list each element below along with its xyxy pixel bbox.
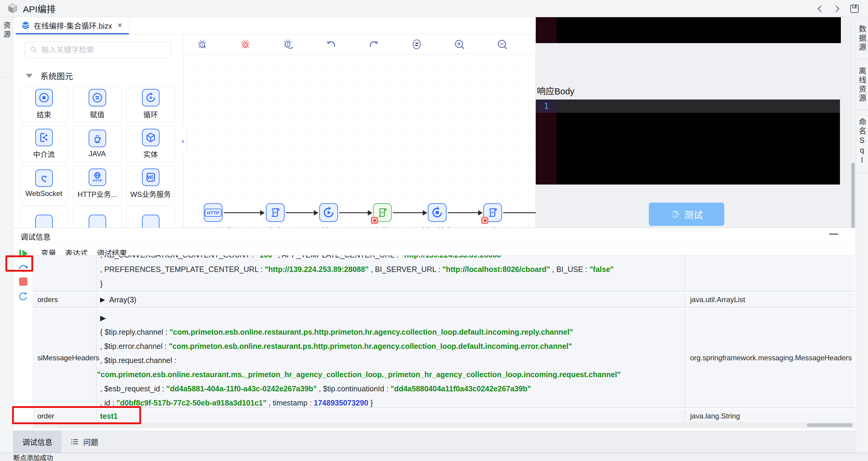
node-http-request[interactable]: HTTP HTTP 请求 [204,203,222,222]
expand-triangle-icon[interactable]: ▶ [100,296,105,303]
loop-icon [145,92,157,104]
palette-card-websocket[interactable]: WebSocket [19,166,68,202]
palette-card-end[interactable]: 结束 [19,86,68,122]
flow-arrow [286,210,318,216]
minimize-icon[interactable]: — [829,228,838,239]
list-icon [70,437,79,446]
test-button[interactable]: 测试 [649,203,724,226]
clear-breakpoints-bug-icon[interactable] [240,39,251,50]
entity-cube-icon [145,131,157,144]
flow-arrow [393,210,427,216]
bottom-tab-problems[interactable]: 问题 [62,431,107,453]
svg-text:W: W [147,174,152,180]
svg-text:</>: </> [380,211,385,214]
zoom-out-icon[interactable] [497,39,508,50]
palette-search[interactable] [25,41,170,58]
stop-icon[interactable] [19,277,27,286]
variable-name-cell [33,255,96,291]
script-node-icon: </> [487,207,499,219]
redo-icon[interactable] [368,39,379,50]
variable-name-cell: order [33,409,96,422]
table-row-order[interactable]: order test1 java.lang.String [33,409,855,422]
debug-panel: 调试信息 — 变量 表达式 调试结果 [13,228,856,431]
variable-value: Array(3) [109,296,136,304]
table-row-si-message-headers[interactable]: siMessageHeaders ▶ { $tip.reply.channel … [33,308,855,408]
node-script1[interactable]: </> 脚本1 [373,203,392,222]
palette-card-loop[interactable]: 循环 [126,86,175,122]
variable-type-cell: java.lang.String [685,409,855,422]
search-icon [30,46,38,54]
breakpoint-badge[interactable] [371,217,378,224]
variable-type-cell [685,255,855,291]
node-script[interactable]: </> 脚本 [266,203,285,222]
json-line: { $tip.reply.channel : "com.primeton.esb… [100,325,685,339]
step-over-icon[interactable] [18,263,29,274]
sidebar-item-named-sql[interactable]: 命名Sql [856,110,868,173]
palette-card-partial[interactable] [73,206,122,228]
debug-controls [13,243,33,431]
palette-card-entity[interactable]: 实体 [126,126,175,162]
bottom-tab-debug-info[interactable]: 调试信息 [13,431,62,453]
palette-card-ws-service[interactable]: W WS业务服务 [126,166,175,202]
sidebar-item-datasource[interactable]: 数据源 [856,17,868,59]
flow-diagram-area[interactable]: HTTP HTTP 请求 </> 脚本 循环 </> 脚本1 [183,54,535,228]
flow-arrow [339,210,372,216]
palette-card-assign[interactable]: 赋值 [73,86,122,122]
forward-chevron-icon[interactable] [832,4,841,13]
horizontal-scrollbar [33,422,855,428]
svg-text:</>: </> [490,211,495,214]
palette-card-partial[interactable] [19,206,68,228]
document-tab[interactable]: 在线编排-集合循环.bizx × [16,17,129,34]
variable-type-cell: org.springframework.messaging.MessageHea… [685,308,855,407]
palette-section-header[interactable]: 系统图元 [26,70,73,82]
scrollbar-thumb[interactable] [807,423,852,427]
table-row-scrolled-json[interactable]: , KB_CONVERSATION_CONTENT_COUNT : "100" … [33,255,855,291]
palette-card-http-service[interactable]: HTTP HTTP业务... [73,166,122,202]
http-service-icon: HTTP [91,171,103,183]
line-number: 1 [536,99,557,113]
debug-panel-title: 调试信息 [21,231,51,242]
node-script2[interactable]: </> 脚本2 [483,203,502,222]
debug-panel-header: 调试信息 — [13,228,856,243]
zoom-in-icon[interactable] [454,39,465,50]
palette-card-mediator[interactable]: 中介流 [19,126,68,162]
step-debug-bug-icon[interactable] [283,39,293,50]
sync-swap-icon[interactable] [411,39,422,50]
right-sidebar: 数据源 离线资源 命名Sql [856,17,868,453]
json-line[interactable]: ▶ [100,311,685,325]
document-tab-bar: 在线编排-集合循环.bizx × [13,17,536,34]
test-button-label: 测试 [684,208,703,221]
palette-collapse-handle[interactable]: ‹ [179,127,187,156]
flow-arrow [224,210,265,216]
layers-icon [21,21,30,30]
json-line: , PREFERENCES_TEMPLATE_CENTER_URL : "htt… [100,262,685,276]
restart-icon[interactable] [18,291,28,302]
node-loop-end[interactable]: 循环结束 [428,203,446,222]
palette-card-java[interactable]: JAVA [73,126,122,162]
save-icon[interactable] [849,4,860,14]
variable-value: test1 [100,412,118,421]
table-row-orders[interactable]: orders ▶ Array(3) java.util.ArrayList [33,293,855,308]
close-icon[interactable]: × [118,21,122,30]
resume-icon[interactable] [18,248,28,259]
flow-arrow [448,210,483,216]
sidebar-item-resources[interactable]: 资源 [0,17,13,78]
end-icon [38,92,50,104]
sidebar-item-offline-resources[interactable]: 离线资源 [856,59,868,110]
debug-run-bug-icon[interactable] [197,39,208,50]
back-chevron-icon[interactable] [815,4,825,13]
script-node-icon: </> [376,207,388,219]
flow-arrow [503,210,536,216]
palette-card-partial[interactable] [126,206,175,228]
breakpoint-badge[interactable] [481,217,489,224]
left-sidebar: 资源 [0,17,13,453]
script-node-icon: </> [269,207,281,219]
assign-icon [91,92,103,104]
node-loop[interactable]: 循环 [319,203,338,222]
palette-grid: 结束 赋值 循环 中介流 JAVA 实体 [19,86,175,228]
undo-icon[interactable] [326,39,337,50]
response-body-editor[interactable]: 1 [536,99,840,185]
search-input[interactable] [41,45,165,54]
json-line: , $tip.error.channel : "com.primeton.esb… [100,339,685,354]
request-editor-partial[interactable] [536,17,841,43]
